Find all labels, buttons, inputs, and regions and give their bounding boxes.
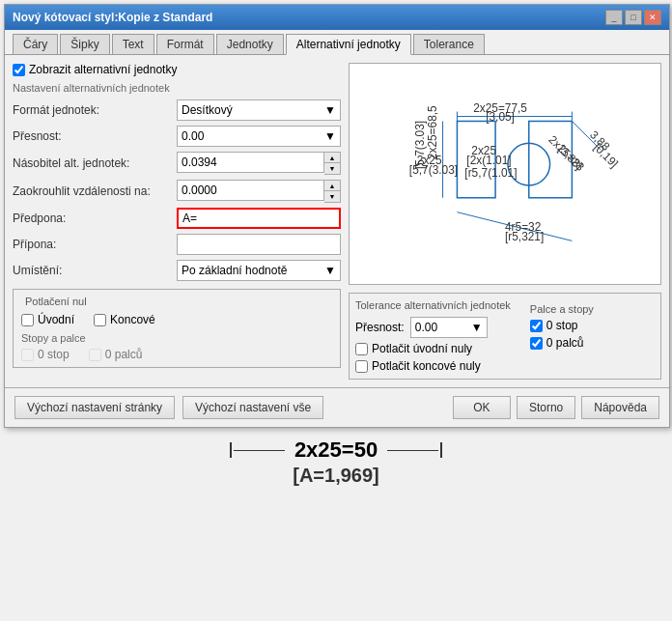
tab-tolerance[interactable]: Tolerance	[413, 34, 485, 54]
svg-text:[5,7(3.03]: [5,7(3.03]	[409, 163, 458, 177]
tab-jednotky[interactable]: Jednotky	[216, 34, 284, 54]
tolerance-title: Tolerance alternativních jednotek	[355, 299, 511, 311]
nasobitel-input[interactable]	[177, 152, 324, 173]
predpona-label: Předpona:	[13, 212, 177, 225]
left-panel: Zobrazit alternativní jednotky Nastavení…	[13, 63, 341, 380]
stopy-palce-label: Stopy a palce	[21, 332, 332, 344]
pripona-group: Přípona:	[13, 234, 341, 255]
bottom-illustration: 2x25=50 [A=1,969]	[0, 438, 672, 487]
nasobitel-up[interactable]: ▲	[324, 153, 340, 163]
show-alt-units-row: Zobrazit alternativní jednotky	[13, 63, 341, 76]
tolerance-section: Tolerance alternativních jednotek Přesno…	[349, 293, 661, 380]
presnost-group: Přesnost: 0.00 ▼	[13, 126, 341, 147]
koncove-checkbox[interactable]	[94, 314, 106, 326]
format-jednotek-label: Formát jednotek:	[13, 103, 177, 117]
tolerance-precision-row: Přesnost: 0.00 ▼	[355, 317, 511, 338]
tab-cary[interactable]: Čáry	[13, 34, 58, 54]
zaokrouhlit-spinner: ▲ ▼	[177, 180, 341, 203]
zero-stop-label: 0 stop	[38, 348, 70, 361]
zaokrouhlit-down[interactable]: ▼	[324, 191, 340, 202]
tab-sipky[interactable]: Šipky	[60, 34, 109, 54]
preview-svg: 2x25=77,5 [3,05] 2x25=68,5 [5,7(3.03] 2x…	[350, 64, 660, 284]
preview-box: 2x25=77,5 [3,05] 2x25=68,5 [5,7(3.03] 2x…	[349, 63, 661, 285]
tab-alternativni[interactable]: Alternativní jednotky	[286, 34, 411, 55]
footer-right-buttons: OK Storno Nápověda	[453, 396, 659, 419]
zaokrouhlit-group: Zaokrouhlit vzdálenosti na: ▲ ▼	[13, 180, 341, 203]
potlaceni-nul-title: Potlačení nul	[21, 296, 332, 307]
show-alt-units-label: Zobrazit alternativní jednotky	[29, 63, 177, 76]
uvodn-item: Úvodní	[21, 313, 74, 326]
potlacit-uvodn-checkbox[interactable]	[355, 343, 368, 355]
illus-dim-text: 2x25=50	[285, 438, 387, 463]
presnost-select[interactable]: 0.00 ▼	[177, 126, 341, 147]
minimize-button[interactable]: _	[605, 10, 623, 25]
section-label: Nastavení alternativních jednotek	[13, 82, 341, 94]
zaokrouhlit-spin-btns: ▲ ▼	[324, 180, 341, 203]
right-panel: 2x25=77,5 [3,05] 2x25=68,5 [5,7(3.03] 2x…	[349, 63, 661, 380]
umisteni-label: Umístění:	[13, 264, 177, 277]
svg-text:[r5,321]: [r5,321]	[505, 230, 544, 243]
zaokrouhlit-input[interactable]	[177, 180, 324, 201]
title-bar: Nový kótovací styl:Kopie z Standard _ □ …	[5, 5, 669, 30]
presnost-label: Přesnost:	[13, 129, 177, 143]
nasobitel-spin-btns: ▲ ▼	[324, 152, 341, 175]
nasobitel-label: Násobitel alt. jednotek:	[13, 156, 177, 170]
footer-left-buttons: Výchozí nastavení stránky Výchozí nastav…	[14, 396, 323, 419]
tab-bar: Čáry Šipky Text Formát Jednotky Alternat…	[5, 30, 669, 55]
palce-stop-checkbox[interactable]	[530, 320, 543, 332]
all-default-button[interactable]: Výchozí nastavení vše	[182, 396, 323, 419]
window-controls: _ □ ✕	[605, 10, 661, 25]
dropdown-icon: ▼	[324, 129, 336, 143]
page-default-button[interactable]: Výchozí nastavení stránky	[14, 396, 175, 419]
potlacit-koncove-item: Potlačit koncové nuly	[355, 359, 511, 373]
format-jednotek-group: Formát jednotek: Desítkový ▼	[13, 99, 341, 121]
koncove-item: Koncové	[94, 313, 155, 326]
illus-sub-text: [A=1,969]	[293, 465, 379, 487]
zaokrouhlit-up[interactable]: ▲	[324, 181, 340, 191]
show-alt-units-checkbox[interactable]	[13, 64, 25, 76]
palce-palcu-label: 0 palců	[546, 336, 584, 350]
tab-content: Zobrazit alternativní jednotky Nastavení…	[5, 55, 669, 387]
maximize-button[interactable]: □	[625, 10, 642, 25]
stopy-palce-checkboxes: 0 stop 0 palců	[21, 348, 332, 361]
koncove-label: Koncové	[110, 313, 155, 326]
ok-button[interactable]: OK	[453, 396, 511, 419]
uvodn-label: Úvodní	[38, 313, 74, 326]
zero-palcu-checkbox	[89, 349, 101, 361]
nasobitel-group: Násobitel alt. jednotek: ▲ ▼	[13, 152, 341, 175]
palce-palcu-checkbox[interactable]	[530, 337, 543, 350]
potlaceni-nul-section: Potlačení nul Úvodní Koncové Stopy a pal…	[13, 289, 341, 368]
tab-text[interactable]: Text	[112, 34, 154, 54]
dropdown-icon: ▼	[324, 103, 336, 117]
window-title: Nový kótovací styl:Kopie z Standard	[13, 11, 212, 24]
nasobitel-spinner: ▲ ▼	[177, 152, 341, 175]
predpona-group: Předpona:	[13, 208, 341, 229]
predpona-input[interactable]	[177, 208, 341, 229]
svg-text:2x25=68,5: 2x25=68,5	[426, 105, 439, 159]
pripona-input[interactable]	[177, 234, 341, 255]
help-button[interactable]: Nápověda	[581, 396, 659, 419]
cancel-button[interactable]: Storno	[517, 396, 575, 419]
svg-text:[r5,7(1.01]: [r5,7(1.01]	[464, 166, 517, 180]
zero-palcu-item: 0 palců	[89, 348, 143, 361]
tolerance-precision-select[interactable]: 0.00 ▼	[410, 317, 488, 338]
zero-stop-checkbox	[21, 349, 34, 361]
zaokrouhlit-label: Zaokrouhlit vzdálenosti na:	[13, 184, 177, 198]
uvodn-checkbox[interactable]	[21, 314, 34, 326]
umisteni-select[interactable]: Po základní hodnotě ▼	[177, 260, 341, 281]
zero-palcu-label: 0 palců	[105, 348, 143, 361]
potlacit-koncove-checkbox[interactable]	[355, 360, 368, 373]
dropdown-icon: ▼	[471, 321, 483, 334]
nasobitel-down[interactable]: ▼	[324, 163, 340, 174]
dropdown-icon: ▼	[324, 264, 336, 277]
tolerance-precision-label: Přesnost:	[355, 321, 405, 334]
zero-stop-item: 0 stop	[21, 348, 70, 361]
close-button[interactable]: ✕	[644, 10, 661, 25]
pripona-label: Přípona:	[13, 238, 177, 251]
format-jednotek-select[interactable]: Desítkový ▼	[177, 99, 341, 121]
palce-items: 0 stop 0 palců	[530, 319, 594, 350]
umisteni-group: Umístění: Po základní hodnotě ▼	[13, 260, 341, 281]
tab-format[interactable]: Formát	[156, 34, 214, 54]
tolerance-checkboxes: Potlačit úvodní nuly Potlačit koncové nu…	[355, 342, 511, 373]
main-window: Nový kótovací styl:Kopie z Standard _ □ …	[4, 4, 670, 428]
